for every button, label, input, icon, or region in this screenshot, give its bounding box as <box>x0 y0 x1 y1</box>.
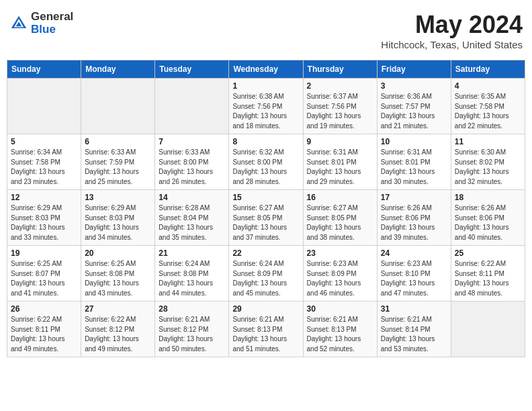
calendar-cell: 30Sunrise: 6:21 AMSunset: 8:13 PMDayligh… <box>303 302 377 357</box>
calendar-cell: 1Sunrise: 6:38 AMSunset: 7:56 PMDaylight… <box>229 79 303 134</box>
day-number: 21 <box>159 248 225 258</box>
day-number: 15 <box>232 193 299 202</box>
calendar-cell: 9Sunrise: 6:31 AMSunset: 8:01 PMDaylight… <box>303 134 377 190</box>
day-number: 27 <box>85 304 151 314</box>
calendar-cell: 26Sunrise: 6:22 AMSunset: 8:11 PMDayligh… <box>7 302 81 357</box>
day-number: 19 <box>11 248 77 258</box>
calendar-cell: 6Sunrise: 6:33 AMSunset: 7:59 PMDaylight… <box>81 134 155 190</box>
day-info: Sunrise: 6:27 AMSunset: 8:05 PMDaylight:… <box>232 203 299 242</box>
weekday-header-cell: Tuesday <box>155 60 229 79</box>
calendar-cell: 23Sunrise: 6:23 AMSunset: 8:09 PMDayligh… <box>303 246 377 302</box>
day-number: 25 <box>455 248 521 258</box>
calendar-cell: 24Sunrise: 6:23 AMSunset: 8:10 PMDayligh… <box>377 246 451 302</box>
day-number: 28 <box>159 304 225 314</box>
calendar-body: 1Sunrise: 6:38 AMSunset: 7:56 PMDaylight… <box>7 79 525 357</box>
day-number: 14 <box>159 193 225 202</box>
day-info: Sunrise: 6:31 AMSunset: 8:01 PMDaylight:… <box>307 148 373 187</box>
day-number: 17 <box>381 193 447 202</box>
day-info: Sunrise: 6:37 AMSunset: 7:56 PMDaylight:… <box>307 92 373 131</box>
day-number: 31 <box>381 304 447 314</box>
month-title: May 2024 <box>381 11 523 39</box>
weekday-header-cell: Saturday <box>451 60 525 79</box>
day-info: Sunrise: 6:33 AMSunset: 7:59 PMDaylight:… <box>85 148 151 187</box>
logo-blue-text: Blue <box>31 24 73 36</box>
day-info: Sunrise: 6:28 AMSunset: 8:04 PMDaylight:… <box>159 203 225 242</box>
calendar-cell: 13Sunrise: 6:29 AMSunset: 8:03 PMDayligh… <box>81 190 155 246</box>
day-info: Sunrise: 6:30 AMSunset: 8:02 PMDaylight:… <box>455 148 521 187</box>
title-block: May 2024 Hitchcock, Texas, United States <box>381 11 523 50</box>
day-number: 3 <box>381 81 447 91</box>
weekday-header-cell: Sunday <box>7 60 81 79</box>
day-number: 18 <box>455 193 521 202</box>
day-info: Sunrise: 6:22 AMSunset: 8:12 PMDaylight:… <box>85 315 151 354</box>
day-info: Sunrise: 6:21 AMSunset: 8:13 PMDaylight:… <box>232 315 299 354</box>
day-info: Sunrise: 6:26 AMSunset: 8:06 PMDaylight:… <box>455 203 521 242</box>
page-header: General Blue May 2024 Hitchcock, Texas, … <box>7 7 525 54</box>
calendar-cell: 4Sunrise: 6:35 AMSunset: 7:58 PMDaylight… <box>451 79 525 134</box>
day-number: 10 <box>381 137 447 146</box>
logo-general-text: General <box>31 11 73 24</box>
weekday-header-cell: Thursday <box>303 60 377 79</box>
calendar-cell: 7Sunrise: 6:33 AMSunset: 8:00 PMDaylight… <box>155 134 229 190</box>
calendar-table: SundayMondayTuesdayWednesdayThursdayFrid… <box>7 60 525 357</box>
day-info: Sunrise: 6:33 AMSunset: 8:00 PMDaylight:… <box>159 148 225 187</box>
calendar-week-row: 1Sunrise: 6:38 AMSunset: 7:56 PMDaylight… <box>7 79 525 134</box>
calendar-cell: 2Sunrise: 6:37 AMSunset: 7:56 PMDaylight… <box>303 79 377 134</box>
day-info: Sunrise: 6:27 AMSunset: 8:05 PMDaylight:… <box>307 203 373 242</box>
day-info: Sunrise: 6:35 AMSunset: 7:58 PMDaylight:… <box>455 92 521 131</box>
weekday-header-cell: Wednesday <box>229 60 303 79</box>
day-number: 12 <box>11 193 77 202</box>
day-number: 4 <box>455 81 521 91</box>
day-info: Sunrise: 6:21 AMSunset: 8:12 PMDaylight:… <box>159 315 225 354</box>
calendar-cell <box>81 79 155 134</box>
day-number: 26 <box>11 304 77 314</box>
day-info: Sunrise: 6:34 AMSunset: 7:58 PMDaylight:… <box>11 148 77 187</box>
day-info: Sunrise: 6:22 AMSunset: 8:11 PMDaylight:… <box>11 315 77 354</box>
day-number: 23 <box>307 248 373 258</box>
calendar-cell: 3Sunrise: 6:36 AMSunset: 7:57 PMDaylight… <box>377 79 451 134</box>
day-number: 1 <box>232 81 299 91</box>
day-info: Sunrise: 6:25 AMSunset: 8:07 PMDaylight:… <box>11 259 77 298</box>
day-info: Sunrise: 6:25 AMSunset: 8:08 PMDaylight:… <box>85 259 151 298</box>
calendar-cell <box>7 79 81 134</box>
day-number: 20 <box>85 248 151 258</box>
day-number: 5 <box>11 137 77 146</box>
calendar-cell: 20Sunrise: 6:25 AMSunset: 8:08 PMDayligh… <box>81 246 155 302</box>
calendar-cell: 16Sunrise: 6:27 AMSunset: 8:05 PMDayligh… <box>303 190 377 246</box>
calendar-cell: 25Sunrise: 6:22 AMSunset: 8:11 PMDayligh… <box>451 246 525 302</box>
calendar-cell: 12Sunrise: 6:29 AMSunset: 8:03 PMDayligh… <box>7 190 81 246</box>
location-title: Hitchcock, Texas, United States <box>381 39 523 50</box>
calendar-cell: 18Sunrise: 6:26 AMSunset: 8:06 PMDayligh… <box>451 190 525 246</box>
calendar-cell: 22Sunrise: 6:24 AMSunset: 8:09 PMDayligh… <box>229 246 303 302</box>
day-number: 11 <box>455 137 521 146</box>
calendar-cell: 15Sunrise: 6:27 AMSunset: 8:05 PMDayligh… <box>229 190 303 246</box>
day-number: 24 <box>381 248 447 258</box>
day-info: Sunrise: 6:23 AMSunset: 8:10 PMDaylight:… <box>381 259 447 298</box>
calendar-week-row: 12Sunrise: 6:29 AMSunset: 8:03 PMDayligh… <box>7 190 525 246</box>
day-info: Sunrise: 6:32 AMSunset: 8:00 PMDaylight:… <box>232 148 299 187</box>
logo-icon <box>9 14 28 33</box>
day-info: Sunrise: 6:21 AMSunset: 8:14 PMDaylight:… <box>381 315 447 354</box>
calendar-week-row: 26Sunrise: 6:22 AMSunset: 8:11 PMDayligh… <box>7 302 525 357</box>
day-info: Sunrise: 6:26 AMSunset: 8:06 PMDaylight:… <box>381 203 447 242</box>
calendar-cell <box>451 302 525 357</box>
day-number: 30 <box>307 304 373 314</box>
day-info: Sunrise: 6:22 AMSunset: 8:11 PMDaylight:… <box>455 259 521 298</box>
day-number: 13 <box>85 193 151 202</box>
day-info: Sunrise: 6:36 AMSunset: 7:57 PMDaylight:… <box>381 92 447 131</box>
day-info: Sunrise: 6:23 AMSunset: 8:09 PMDaylight:… <box>307 259 373 298</box>
day-number: 22 <box>232 248 299 258</box>
day-info: Sunrise: 6:24 AMSunset: 8:08 PMDaylight:… <box>159 259 225 298</box>
day-info: Sunrise: 6:29 AMSunset: 8:03 PMDaylight:… <box>85 203 151 242</box>
calendar-cell: 31Sunrise: 6:21 AMSunset: 8:14 PMDayligh… <box>377 302 451 357</box>
day-info: Sunrise: 6:29 AMSunset: 8:03 PMDaylight:… <box>11 203 77 242</box>
calendar-week-row: 19Sunrise: 6:25 AMSunset: 8:07 PMDayligh… <box>7 246 525 302</box>
day-number: 29 <box>232 304 299 314</box>
calendar-cell: 8Sunrise: 6:32 AMSunset: 8:00 PMDaylight… <box>229 134 303 190</box>
weekday-header-cell: Monday <box>81 60 155 79</box>
day-number: 2 <box>307 81 373 91</box>
calendar-cell: 21Sunrise: 6:24 AMSunset: 8:08 PMDayligh… <box>155 246 229 302</box>
day-info: Sunrise: 6:38 AMSunset: 7:56 PMDaylight:… <box>232 92 299 131</box>
day-number: 9 <box>307 137 373 146</box>
calendar-cell: 19Sunrise: 6:25 AMSunset: 8:07 PMDayligh… <box>7 246 81 302</box>
